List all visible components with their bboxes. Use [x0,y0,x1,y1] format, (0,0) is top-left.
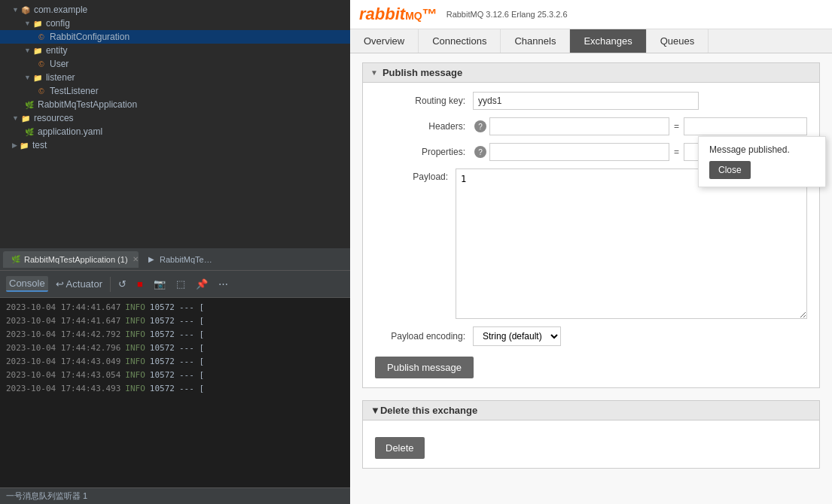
log-line: 2023-10-04 17:44:43.054 INFO 10572 --- [ [6,369,344,382]
reload-button[interactable]: ↺ [115,277,130,291]
tree-item-app-yaml[interactable]: 🌿 application.yaml [0,125,350,138]
publish-section-header[interactable]: ▼ Publish message [362,62,820,83]
payload-textarea[interactable]: 1 [456,169,807,319]
stop-button[interactable]: ■ [134,277,146,291]
log-rest: --- [ [179,382,204,396]
nav-tab-connections[interactable]: Connections [419,29,501,53]
delete-section-title: Delete this exchange [380,405,477,416]
headers-help-icon[interactable]: ? [474,120,486,132]
properties-label: Properties: [375,147,473,157]
nav-tab-label: Overview [364,35,404,47]
tree-item-rabbit-config[interactable]: © RabbitConfiguration [0,30,350,44]
nav-tab-exchanges[interactable]: Exchanges [570,29,646,53]
encoding-select[interactable]: String (default) Base64 [473,326,561,346]
tree-item-listener[interactable]: ▼ 📁 listener [0,71,350,84]
log-rest: --- [ [179,369,204,382]
log-level: INFO [125,369,145,382]
tree-item-test[interactable]: ▶ 📁 test [0,138,350,152]
nav-tab-label: Channels [514,35,556,47]
tree-item-resources[interactable]: ▼ 📁 resources [0,111,350,125]
actuator-icon: ↩ [56,278,64,290]
popup-message: Message published. [709,144,815,155]
publish-section-title: Publish message [382,67,462,78]
routing-key-row: Routing key: [375,92,807,110]
properties-label-text: Properties: [422,147,465,157]
delete-section-header[interactable]: ▼ Delete this exchange [362,400,820,421]
log-line: 2023-10-04 17:44:42.792 INFO 10572 --- [ [6,328,344,342]
tab-rabbit-test[interactable]: ▶ RabbitMqTe… [139,251,220,268]
payload-row: Payload: 1 [375,169,807,319]
headers-value-input[interactable] [684,117,807,135]
tree-item-com-example[interactable]: ▼ 📦 com.example [0,3,350,17]
pin-button[interactable]: 📌 [193,277,211,291]
tree-item-user[interactable]: © User [0,57,350,71]
log-line: 2023-10-04 17:44:42.796 INFO 10572 --- [ [6,342,344,355]
log-time: 2023-10-04 17:44:42.796 [6,342,120,355]
headers-row: Headers: ? = [375,117,807,135]
log-pid: 10572 [150,355,175,369]
nav-tab-queues[interactable]: Queues [647,29,709,53]
more-button[interactable]: ⋯ [215,277,231,291]
tree-item-label: resources [34,113,74,123]
log-pid: 10572 [150,369,175,382]
rabbitmq-version: RabbitMQ 3.12.6 Erlang 25.3.2.6 [446,10,568,19]
properties-input[interactable] [489,143,669,161]
actuator-tab[interactable]: ↩ Actuator [53,277,105,291]
pin-icon: 📌 [196,278,208,290]
jump-icon: ⬚ [176,278,185,290]
log-line: 2023-10-04 17:44:43.493 INFO 10572 --- [ [6,382,344,396]
chevron-icon: ▼ [24,47,31,54]
log-line: 2023-10-04 17:44:41.647 INFO 10572 --- [ [6,314,344,328]
headers-label: Headers: [375,121,473,132]
routing-key-input[interactable] [473,92,699,110]
payload-label-text: Payload: [413,172,448,182]
nav-tab-channels[interactable]: Channels [501,29,570,53]
nav-tab-label: Exchanges [584,35,632,47]
publish-message-button[interactable]: Publish message [375,357,474,378]
chevron-icon: ▶ [12,141,17,149]
tree-item-entity[interactable]: ▼ 📁 entity [0,44,350,57]
left-panel: ▼ 📦 com.example ▼ 📁 config © RabbitConfi… [0,0,350,504]
tab-close-button[interactable]: ✕ [133,255,139,263]
log-rest: --- [ [179,314,204,328]
delete-button[interactable]: Delete [375,437,425,459]
encoding-label: Payload encoding: [375,331,473,342]
log-pid: 10572 [150,314,175,328]
tree-item-label: com.example [34,5,87,15]
log-rest: --- [ [179,301,204,314]
properties-equals: = [669,147,684,157]
tree-item-rabbitmq-app[interactable]: 🌿 RabbitMqTestApplication [0,98,350,111]
tab-rabbit-app[interactable]: 🌿 RabbitMqTestApplication (1) ✕ [3,251,139,268]
tree-item-test-listener[interactable]: © TestListener [0,84,350,98]
nav-tab-label: Connections [432,35,486,47]
jump-button[interactable]: ⬚ [173,277,188,291]
folder-icon: 📁 [32,45,43,56]
chevron-icon: ▼ [24,20,31,27]
right-panel: rabbitMQ™ RabbitMQ 3.12.6 Erlang 25.3.2.… [350,0,832,504]
log-level: INFO [125,342,145,355]
properties-help-icon[interactable]: ? [474,146,486,158]
tree-item-config[interactable]: ▼ 📁 config [0,17,350,30]
routing-key-label: Routing key: [375,96,473,106]
tree-item-label: test [32,140,47,150]
folder-icon: 📁 [20,113,31,123]
tab-label: RabbitMqTe… [160,255,212,264]
camera-button[interactable]: 📷 [151,277,169,291]
console-tab[interactable]: Console [6,276,48,292]
tree-item-label: application.yaml [38,126,102,137]
publish-btn-label: Publish message [387,362,462,373]
spring-icon: 🌿 [11,254,21,265]
close-popup-button[interactable]: Close [709,161,751,179]
log-pid: 10572 [150,342,175,355]
publish-section-body: Routing key: Headers: ? = Properties: ? [362,83,820,388]
log-pid: 10572 [150,301,175,314]
log-time: 2023-10-04 17:44:43.493 [6,382,120,396]
headers-label-text: Headers: [428,121,465,132]
delete-btn-label: Delete [386,442,414,454]
chevron-icon: ▼ [24,74,31,81]
nav-tab-overview[interactable]: Overview [350,29,419,53]
java-icon: © [36,32,47,42]
more-icon: ⋯ [218,278,228,290]
headers-input[interactable] [489,117,669,135]
java-icon: © [36,86,47,96]
